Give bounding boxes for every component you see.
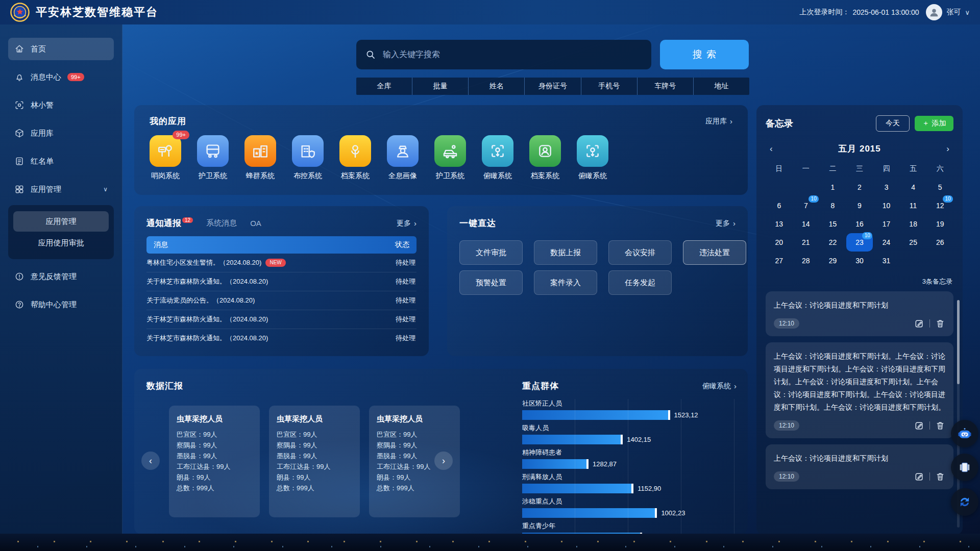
calendar-day-31[interactable]: 31 (873, 252, 900, 270)
submenu-item-1[interactable]: 应用使用审批 (13, 233, 109, 253)
calendar-day-19[interactable]: 19 (926, 215, 953, 233)
quick-button-2[interactable]: 会议安排 (608, 240, 672, 265)
app-library-link[interactable]: 应用库› (705, 117, 732, 126)
calendar-day-21[interactable]: 21 (793, 233, 820, 252)
search-tab-4[interactable]: 手机号 (581, 78, 637, 95)
user-menu[interactable]: 张可 ∨ (926, 4, 970, 20)
sidebar-item-0[interactable]: 首页 (8, 38, 114, 60)
app-tile-6[interactable]: 护卫系统 (434, 135, 466, 181)
sidebar-item-6[interactable]: 意见反馈管理 (8, 265, 114, 288)
calendar-day-15[interactable]: 15 (819, 215, 846, 233)
calendar-day-13[interactable]: 13 (766, 215, 793, 233)
calendar-prev-button[interactable]: ‹ (766, 144, 777, 154)
calendar-day-6[interactable]: 6 (766, 196, 793, 215)
calendar-day-18[interactable]: 18 (900, 215, 927, 233)
sidebar-item-3[interactable]: 应用库 (8, 122, 114, 144)
calendar-day-28[interactable]: 28 (793, 252, 820, 270)
calendar-day-27[interactable]: 27 (766, 252, 793, 270)
trash-icon[interactable] (935, 471, 945, 482)
search-tab-0[interactable]: 全库 (356, 78, 412, 95)
calendar-next-button[interactable]: › (942, 144, 953, 154)
calendar-day-24[interactable]: 24 (873, 233, 900, 252)
quick-button-6[interactable]: 任务发起 (608, 270, 672, 295)
sidebar-item-2[interactable]: 林小警 (8, 94, 114, 116)
app-tile-3[interactable]: 布控系统 (292, 135, 324, 181)
calendar-weekday: 日 (766, 160, 793, 178)
sidebar-item-1[interactable]: 消息中心99+ (8, 66, 114, 88)
calendar-day-4[interactable]: 4 (900, 178, 927, 196)
overview-system-link[interactable]: 俯瞰系统› (702, 382, 737, 391)
quick-button-1[interactable]: 数据上报 (534, 240, 597, 265)
floating-robot-assistant-button[interactable] (951, 420, 978, 447)
app-tile-0[interactable]: 99+哨岗系统 (150, 135, 181, 181)
mic-icon (339, 135, 371, 167)
quick-button-4[interactable]: 预警处置 (459, 270, 523, 295)
chevron-right-icon: › (733, 219, 736, 228)
trash-icon[interactable] (935, 420, 945, 431)
calendar-day-25[interactable]: 25 (900, 233, 927, 252)
calendar-day-23[interactable]: 2310 (846, 233, 873, 252)
app-tile-8[interactable]: 档案系统 (529, 135, 561, 181)
search-tab-6[interactable]: 地址 (693, 78, 749, 95)
trash-icon[interactable] (935, 318, 945, 329)
quick-button-0[interactable]: 文件审批 (459, 240, 523, 265)
search-tab-2[interactable]: 姓名 (468, 78, 524, 95)
app-tile-5[interactable]: 全息画像 (387, 135, 419, 181)
calendar-day-12[interactable]: 1210 (926, 196, 953, 215)
carousel-prev-button[interactable]: ‹ (141, 452, 160, 470)
calendar-day-3[interactable]: 3 (873, 178, 900, 196)
calendar-day-8[interactable]: 8 (819, 196, 846, 215)
add-memo-button[interactable]: ＋添加 (915, 116, 953, 131)
notice-row-0[interactable]: 粤林住宅小区发生警情。（2024.08.20)NEW待处理 (146, 254, 416, 272)
edit-icon[interactable] (914, 471, 924, 482)
quick-access-more-link[interactable]: 更多› (716, 219, 736, 228)
tab-oa[interactable]: OA (250, 219, 261, 228)
notice-text: 关于林芝市森林防火通知。（2024.08.20) (146, 277, 268, 286)
app-tile-4[interactable]: 档案系统 (339, 135, 371, 181)
floating-sync-button[interactable] (951, 488, 978, 516)
edit-icon[interactable] (914, 318, 924, 329)
sidebar-item-5[interactable]: 应用管理∨ (8, 178, 114, 201)
notice-row-4[interactable]: 关于林芝市森林防火通知。（2024.08.20)待处理 (146, 329, 416, 347)
today-button[interactable]: 今天 (876, 115, 910, 132)
calendar-day-20[interactable]: 20 (766, 233, 793, 252)
calendar-day-9[interactable]: 9 (846, 196, 873, 215)
calendar-day-1[interactable]: 1 (819, 178, 846, 196)
app-tile-1[interactable]: 护卫系统 (197, 135, 229, 181)
notice-row-2[interactable]: 关于流动党员的公告。（2024.08.20)待处理 (146, 291, 416, 310)
calendar-day-30[interactable]: 30 (846, 252, 873, 270)
app-tile-7[interactable]: 俯瞰系统 (482, 135, 513, 181)
calendar-day-5[interactable]: 5 (926, 178, 953, 196)
search-tab-5[interactable]: 车牌号 (637, 78, 693, 95)
calendar-day-26[interactable]: 26 (926, 233, 953, 252)
calendar-day-17[interactable]: 17 (873, 215, 900, 233)
calendar-day-10[interactable]: 10 (873, 196, 900, 215)
notice-row-3[interactable]: 关于林芝市森林防火通知。（2024.08.20)待处理 (146, 310, 416, 329)
calendar-day-2[interactable]: 2 (846, 178, 873, 196)
calendar-day-16[interactable]: 16 (846, 215, 873, 233)
calendar-day-29[interactable]: 29 (819, 252, 846, 270)
calendar-day-7[interactable]: 710 (793, 196, 820, 215)
tab-notice-report[interactable]: 通知通报12 (146, 217, 193, 229)
quick-button-3[interactable]: 违法处置 (683, 240, 746, 265)
submenu-item-0[interactable]: 应用管理 (13, 211, 109, 232)
sidebar-item-7[interactable]: 帮助中心管理 (8, 293, 114, 316)
quick-button-5[interactable]: 案件录入 (534, 270, 597, 295)
search-tab-3[interactable]: 身份证号 (524, 78, 580, 95)
calendar-day-11[interactable]: 11 (900, 196, 927, 215)
tab-system-message[interactable]: 系统消息 (206, 218, 237, 228)
floating-mobile-panel-button[interactable] (951, 454, 978, 481)
search-button[interactable]: 搜索 (660, 40, 749, 69)
search-tab-1[interactable]: 批量 (412, 78, 468, 95)
calendar-day-14[interactable]: 14 (793, 215, 820, 233)
search-input[interactable] (382, 49, 642, 60)
calendar-day-22[interactable]: 22 (819, 233, 846, 252)
notice-row-1[interactable]: 关于林芝市森林防火通知。（2024.08.20)待处理 (146, 272, 416, 291)
report-card-title: 虫草采挖人员 (177, 414, 252, 424)
carousel-next-button[interactable]: › (434, 452, 453, 470)
sidebar-item-4[interactable]: 红名单 (8, 150, 114, 172)
app-tile-9[interactable]: 俯瞰系统 (577, 135, 608, 181)
notice-more-link[interactable]: 更多› (397, 219, 416, 228)
edit-icon[interactable] (914, 420, 924, 431)
app-tile-2[interactable]: 蜂群系统 (244, 135, 276, 181)
